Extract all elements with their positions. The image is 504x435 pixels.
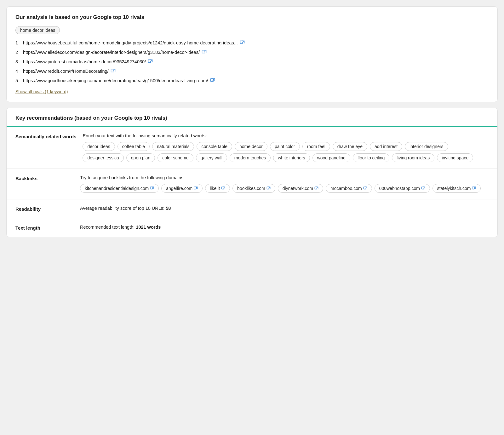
text-length-row: Text length Recommended text length: 102…	[7, 218, 497, 237]
backlink-domain[interactable]: angelfire.com	[161, 184, 203, 193]
external-link-icon	[202, 50, 207, 55]
semantic-tag[interactable]: white interiors	[273, 153, 310, 162]
rival-url[interactable]: https://www.goodhousekeeping.com/home/de…	[23, 78, 208, 83]
external-link-icon	[240, 40, 245, 45]
semantic-tag[interactable]: room feel	[302, 142, 330, 151]
backlink-domain[interactable]: booklikes.com	[232, 184, 275, 193]
semantic-tag[interactable]: interior designers	[405, 142, 448, 151]
ext-link-icon	[150, 186, 154, 191]
recs-card-title: Key recommendations (based on your Googl…	[7, 108, 497, 127]
semantic-tag[interactable]: floor to ceiling	[353, 153, 389, 162]
recs-card: Key recommendations (based on your Googl…	[6, 108, 498, 237]
external-link-icon	[148, 59, 153, 64]
rival-num: 1	[15, 40, 21, 45]
readability-row: Readability Average readability score of…	[7, 199, 497, 218]
semantic-tag[interactable]: gallery wall	[196, 153, 227, 162]
semantic-tag[interactable]: designer jessica	[83, 153, 123, 162]
rival-list-item: 4 https://www.reddit.com/r/HomeDecoratin…	[15, 66, 489, 76]
rival-num: 2	[15, 50, 21, 55]
semantically-related-row: Semantically related words Enrich your t…	[7, 127, 497, 169]
rival-list-item: 1 https://www.housebeautiful.com/home-re…	[15, 38, 489, 48]
backlinks-content: Try to acquire backlinks from the follow…	[80, 175, 489, 193]
backlink-domain[interactable]: like.it	[205, 184, 230, 193]
text-length-bullet-text: Recommended text length:	[80, 225, 135, 230]
semantically-related-content: Enrich your text with the following sema…	[83, 133, 489, 162]
ext-link-icon	[421, 186, 425, 191]
text-length-content: Recommended text length: 1021 words	[80, 225, 489, 231]
rival-list-item: 2 https://www.elledecor.com/design-decor…	[15, 48, 489, 57]
rivals-card: Our analysis is based on your Google top…	[6, 6, 498, 102]
semantic-tag[interactable]: home decor	[235, 142, 267, 151]
ext-link-icon	[472, 186, 476, 191]
show-all-rivals-link[interactable]: Show all rivals (1 keyword)	[15, 89, 68, 94]
semantic-tag[interactable]: modern touches	[230, 153, 271, 162]
readability-score-text: Average readability score of top 10 URLs…	[80, 206, 489, 211]
rival-list-item: 3 https://www.pinterest.com/ideas/home-d…	[15, 57, 489, 66]
rival-url[interactable]: https://www.elledecor.com/design-decorat…	[23, 50, 200, 55]
rival-num: 5	[15, 78, 21, 83]
rival-url[interactable]: https://www.reddit.com/r/HomeDecorating/	[23, 69, 109, 74]
text-length-label: Text length	[15, 225, 74, 231]
rivals-card-title: Our analysis is based on your Google top…	[15, 14, 489, 20]
readability-content: Average readability score of top 10 URLs…	[80, 206, 489, 212]
ext-link-icon	[363, 186, 367, 191]
ext-link-icon	[221, 186, 225, 191]
readability-score-value: 58	[166, 206, 171, 211]
semantically-related-tags: decor ideascoffee tablenatural materials…	[83, 142, 489, 162]
readability-bullet-text: Average readability score of top 10 URLs…	[80, 206, 164, 211]
backlinks-label: Backlinks	[15, 175, 74, 193]
semantic-tag[interactable]: open plan	[126, 153, 155, 162]
backlink-domain[interactable]: 000webhostapp.com	[375, 184, 430, 193]
semantic-tag[interactable]: natural materials	[152, 142, 194, 151]
semantic-tag[interactable]: paint color	[270, 142, 300, 151]
semantic-tag[interactable]: decor ideas	[83, 142, 115, 151]
ext-link-icon	[194, 186, 198, 191]
rival-num: 4	[15, 69, 21, 74]
rival-list-item: 5 https://www.goodhousekeeping.com/home/…	[15, 76, 489, 85]
keyword-pill[interactable]: home decor ideas	[15, 26, 60, 34]
semantically-related-bullet: Enrich your text with the following sema…	[83, 133, 489, 138]
ext-link-icon	[266, 186, 271, 191]
semantically-related-label: Semantically related words	[15, 133, 76, 162]
text-length-value: 1021 words	[136, 225, 161, 230]
backlink-domain[interactable]: mocamboo.com	[326, 184, 372, 193]
rival-url[interactable]: https://www.pinterest.com/ideas/home-dec…	[23, 59, 146, 64]
external-link-icon	[111, 69, 116, 74]
backlinks-tags: kitchenandresidentialdesign.com angelfir…	[80, 184, 489, 193]
semantic-tag[interactable]: color scheme	[158, 153, 193, 162]
backlink-domain[interactable]: kitchenandresidentialdesign.com	[80, 184, 159, 193]
semantic-tag[interactable]: wood paneling	[312, 153, 350, 162]
backlinks-row: Backlinks Try to acquire backlinks from …	[7, 169, 497, 199]
semantic-tag[interactable]: draw the eye	[333, 142, 367, 151]
backlinks-bullet: Try to acquire backlinks from the follow…	[80, 175, 489, 180]
text-length-text: Recommended text length: 1021 words	[80, 225, 489, 230]
semantic-tag[interactable]: add interest	[370, 142, 402, 151]
rival-url[interactable]: https://www.housebeautiful.com/home-remo…	[23, 40, 238, 45]
backlink-domain[interactable]: diynetwork.com	[278, 184, 323, 193]
external-link-icon	[210, 78, 215, 83]
rival-num: 3	[15, 59, 21, 64]
semantic-tag[interactable]: coffee table	[117, 142, 150, 151]
semantic-tag[interactable]: console table	[197, 142, 232, 151]
backlink-domain[interactable]: statelykitsch.com	[432, 184, 481, 193]
semantic-tag[interactable]: living room ideas	[392, 153, 434, 162]
semantic-tag[interactable]: inviting space	[437, 153, 473, 162]
readability-label: Readability	[15, 206, 74, 212]
rivals-list: 1 https://www.housebeautiful.com/home-re…	[15, 38, 489, 85]
ext-link-icon	[314, 186, 318, 191]
